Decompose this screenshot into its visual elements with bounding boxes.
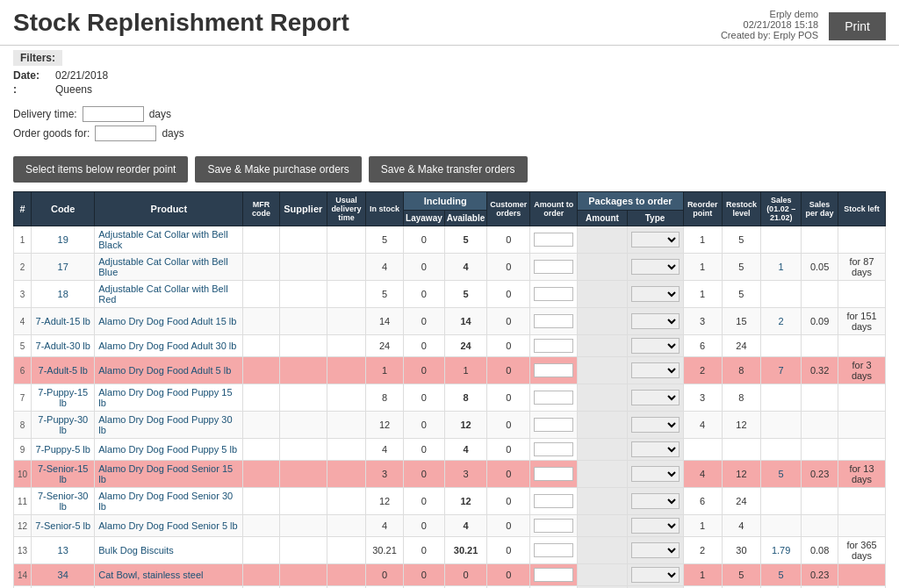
row-sales-day [802,439,838,461]
row-layaway: 0 [404,564,445,586]
row-layaway: 0 [404,461,445,488]
row-delivery [327,357,365,384]
order-goods-label: Order goods for: [13,127,90,140]
row-cust-orders: 0 [487,515,530,537]
table-row: 5 7-Adult-30 lb Alamo Dry Dog Food Adult… [14,335,886,357]
row-cust-orders: 0 [487,564,530,586]
row-num: 8 [14,412,32,439]
row-sales-day: 0.08 [802,537,838,564]
row-layaway: 0 [404,384,445,412]
row-sales-day: 0.23 [802,461,838,488]
row-supplier [279,439,327,461]
row-sales: 1.79 [761,537,802,564]
save-transfer-button[interactable]: Save & Make transfer orders [369,156,528,183]
row-mfr [243,384,279,412]
row-reorder [683,439,722,461]
row-sales [761,515,802,537]
row-restock: 12 [722,461,760,488]
row-cust-orders: 0 [487,488,530,515]
row-in-stock: 5 [365,226,403,254]
row-pkg-amount [578,226,627,254]
col-pkg-amount: Amount [578,211,627,226]
row-delivery [327,335,365,357]
col-reorder: Reorder point [683,192,722,226]
table-row: 11 7-Senior-30 lb Alamo Dry Dog Food Sen… [14,488,886,515]
print-button[interactable]: Print [829,12,886,40]
table-row: 3 18 Adjustable Cat Collar with Bell Red… [14,281,886,308]
col-stock-left: Stock left [838,192,886,226]
row-amount-to-order [530,335,578,357]
row-supplier [279,308,327,335]
row-reorder: 1 [683,226,722,254]
row-sales-day: 0.32 [802,357,838,384]
row-mfr [243,357,279,384]
row-stock-left: for 365 days [838,537,886,564]
delivery-time-input[interactable] [83,106,144,122]
col-including-group: Including [404,192,487,211]
row-stock-left [838,488,886,515]
row-available: 14 [444,308,487,335]
table-row: 4 7-Adult-15 lb Alamo Dry Dog Food Adult… [14,308,886,335]
row-cust-orders: 0 [487,412,530,439]
row-supplier [279,384,327,412]
row-amount-to-order [530,308,578,335]
row-num: 12 [14,515,32,537]
row-cust-orders: 0 [487,226,530,254]
row-sales-day [802,226,838,254]
row-delivery [327,488,365,515]
row-mfr [243,461,279,488]
row-pkg-type [627,335,683,357]
row-pkg-amount [578,254,627,281]
row-stock-left: for 13 days [838,461,886,488]
select-items-button[interactable]: Select items below reorder point [13,156,188,183]
row-restock: 5 [722,564,760,586]
row-num: 14 [14,564,32,586]
row-mfr [243,335,279,357]
row-restock: 24 [722,488,760,515]
row-pkg-amount [578,384,627,412]
col-mfr: MFR code [243,192,279,226]
row-amount-to-order [530,439,578,461]
row-restock [722,439,760,461]
row-reorder: 3 [683,384,722,412]
row-in-stock: 1 [365,357,403,384]
row-cust-orders: 0 [487,537,530,564]
row-num: 3 [14,281,32,308]
row-cust-orders: 0 [487,335,530,357]
row-pkg-type [627,412,683,439]
row-reorder: 1 [683,515,722,537]
row-available: 24 [444,335,487,357]
table-row: 7 7-Puppy-15 lb Alamo Dry Dog Food Puppy… [14,384,886,412]
row-delivery [327,384,365,412]
row-code: 18 [32,281,95,308]
row-code: 7-Senior-15 lb [32,461,95,488]
row-supplier [279,488,327,515]
row-reorder: 4 [683,461,722,488]
delivery-time-label: Delivery time: [13,108,77,120]
row-restock: 30 [722,537,760,564]
location-value: Queens [55,83,92,96]
row-in-stock: 4 [365,515,403,537]
row-available: 5 [444,281,487,308]
row-amount-to-order [530,537,578,564]
row-stock-left [838,439,886,461]
row-cust-orders: 0 [487,439,530,461]
row-num: 1 [14,226,32,254]
row-sales-day: 0.23 [802,564,838,586]
row-stock-left [838,412,886,439]
row-code: 7-Senior-30 lb [32,488,95,515]
row-in-stock: 24 [365,335,403,357]
row-sales-day [802,412,838,439]
table-row: 14 34 Cat Bowl, stainless steel 0 0 0 0 … [14,564,886,586]
row-num: 4 [14,308,32,335]
save-purchase-button[interactable]: Save & Make purchase orders [195,156,361,183]
row-pkg-type [627,439,683,461]
row-delivery [327,564,365,586]
row-delivery [327,412,365,439]
row-amount-to-order [530,226,578,254]
row-amount-to-order [530,254,578,281]
row-code: 7-Puppy-30 lb [32,412,95,439]
order-goods-input[interactable] [95,125,156,141]
row-delivery [327,515,365,537]
row-delivery [327,281,365,308]
